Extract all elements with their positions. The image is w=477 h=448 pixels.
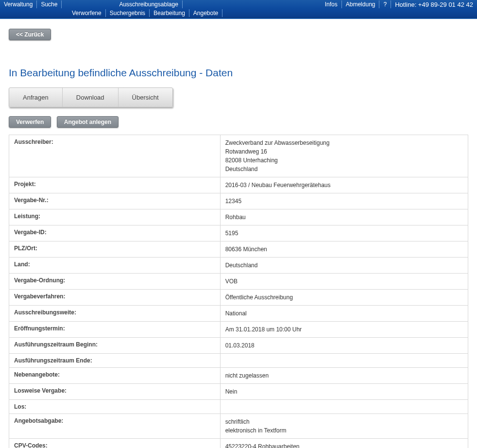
tab-download[interactable]: Download xyxy=(63,88,119,107)
menu-suche[interactable]: Suche xyxy=(37,0,62,8)
value-ausschreibungsweite: National xyxy=(220,306,468,322)
label-ausschreiber: Ausschreiber: xyxy=(9,135,221,177)
label-ende: Ausführungszeitraum Ende: xyxy=(9,354,221,368)
label-vergabenr: Vergabe-Nr.: xyxy=(9,193,221,209)
back-button[interactable]: << Zurück xyxy=(9,29,51,40)
label-vergabeverfahren: Vergabeverfahren: xyxy=(9,290,221,306)
angebot-anlegen-button[interactable]: Angebot anlegen xyxy=(57,116,119,128)
tab-uebersicht[interactable]: Übersicht xyxy=(119,88,172,107)
submenu-bearbeitung[interactable]: Bearbeitung xyxy=(150,9,189,17)
verwerfen-button[interactable]: Verwerfen xyxy=(9,116,51,128)
label-losweise: Losweise Vergabe: xyxy=(9,384,221,400)
submenu-angebote[interactable]: Angebote xyxy=(189,9,222,17)
label-eroeffnung: Eröffnungstermin: xyxy=(9,322,221,338)
value-los xyxy=(220,400,468,414)
value-vergabeverfahren: Öffentliche Ausschreibung xyxy=(220,290,468,306)
label-vergabeid: Vergabe-ID: xyxy=(9,225,221,241)
value-losweise: Nein xyxy=(220,384,468,400)
value-vergabenr: 12345 xyxy=(220,193,468,209)
value-cpv: 45223220-4 Rohbauarbeiten xyxy=(220,439,468,448)
label-vergabeordnung: Vergabe-Ordnung: xyxy=(9,274,221,290)
value-land: Deutschland xyxy=(220,258,468,274)
menu-ausschreibungsablage[interactable]: Ausschreibungsablage xyxy=(115,0,182,8)
label-land: Land: xyxy=(9,258,221,274)
label-cpv: CPV-Codes: xyxy=(9,439,221,448)
page-title: In Bearbeitung befindliche Ausschreibung… xyxy=(9,67,468,79)
value-nebenangebote: nicht zugelassen xyxy=(220,368,468,384)
value-beginn: 01.03.2018 xyxy=(220,338,468,354)
value-angebotsabgabe: schriftlich elektronisch in Textform xyxy=(220,414,468,439)
menu-abmeldung[interactable]: Abmeldung xyxy=(342,0,380,8)
value-vergabeid: 5195 xyxy=(220,225,468,241)
menu-infos[interactable]: Infos xyxy=(321,0,342,8)
label-projekt: Projekt: xyxy=(9,177,221,193)
value-ausschreiber: Zweckverband zur Abwasserbeseitigung Rot… xyxy=(220,135,468,177)
label-beginn: Ausführungszeitraum Beginn: xyxy=(9,338,221,354)
value-projekt: 2016-03 / Neubau Feuerwehrgerätehaus xyxy=(220,177,468,193)
label-nebenangebote: Nebenangebote: xyxy=(9,368,221,384)
hotline-text: Hotline: +49 89-29 01 42 42 xyxy=(391,0,477,9)
value-vergabeordnung: VOB xyxy=(220,274,468,290)
submenu-suchergebnis[interactable]: Suchergebnis xyxy=(106,9,150,17)
menu-help[interactable]: ? xyxy=(379,0,391,8)
value-leistung: Rohbau xyxy=(220,209,468,225)
value-eroeffnung: Am 31.01.2018 um 10:00 Uhr xyxy=(220,322,468,338)
label-angebotsabgabe: Angebotsabgabe: xyxy=(9,414,221,439)
tab-anfragen[interactable]: Anfragen xyxy=(9,88,63,107)
label-los: Los: xyxy=(9,400,221,414)
label-plzort: PLZ/Ort: xyxy=(9,241,221,258)
menu-verwaltung[interactable]: Verwaltung xyxy=(0,0,37,8)
value-plzort: 80636 München xyxy=(220,241,468,258)
details-table: Ausschreiber: Zweckverband zur Abwasserb… xyxy=(9,135,468,448)
top-navigation: Verwaltung Suche Ausschreibungsablage In… xyxy=(0,0,477,18)
tab-strip: Anfragen Download Übersicht xyxy=(9,87,173,107)
value-ende xyxy=(220,354,468,368)
label-ausschreibungsweite: Ausschreibungsweite: xyxy=(9,306,221,322)
submenu-verworfene[interactable]: Verworfene xyxy=(68,9,106,17)
label-leistung: Leistung: xyxy=(9,209,221,225)
